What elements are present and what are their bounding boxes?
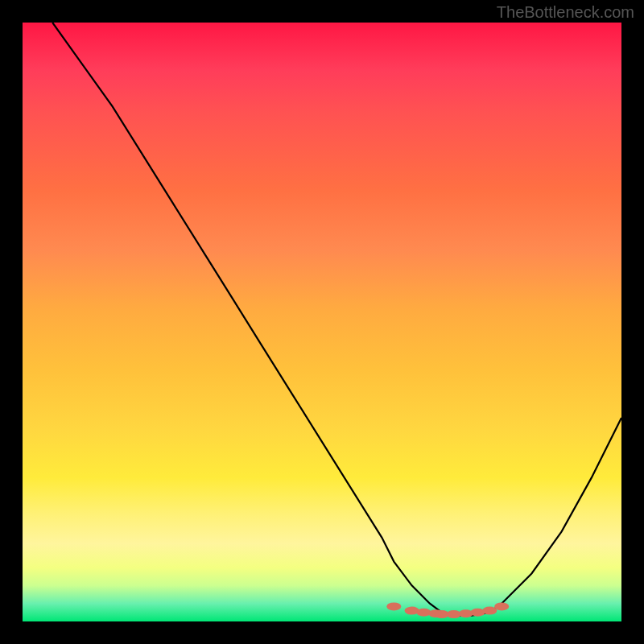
chart-svg bbox=[23, 23, 621, 621]
chart-area bbox=[23, 23, 621, 621]
marker-point bbox=[494, 602, 509, 610]
optimal-range-markers bbox=[386, 602, 509, 618]
marker-point bbox=[386, 602, 401, 610]
bottleneck-curve-line bbox=[52, 23, 621, 616]
marker-point bbox=[482, 607, 497, 615]
marker-point bbox=[417, 609, 431, 617]
watermark-text: TheBottleneck.com bbox=[497, 3, 634, 22]
